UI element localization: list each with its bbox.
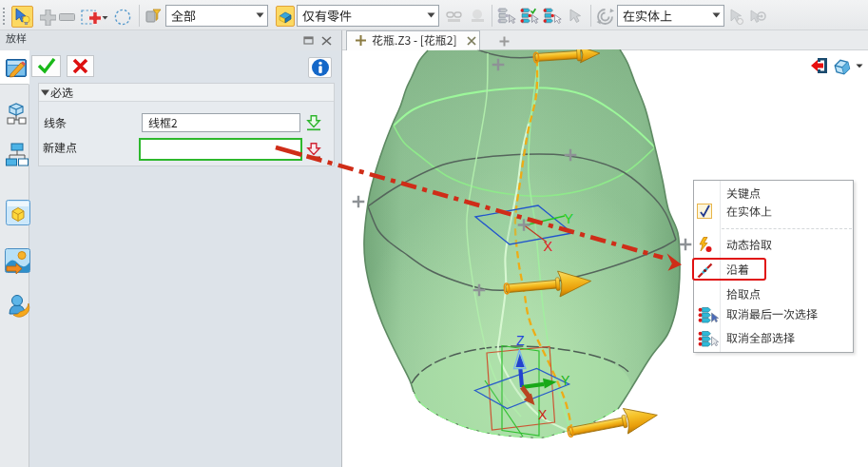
svg-text:X: X (538, 407, 548, 422)
svg-text:Z: Z (516, 333, 525, 348)
svg-text:Y: Y (561, 373, 570, 388)
svg-text:X: X (544, 239, 553, 254)
svg-text:Y: Y (564, 210, 573, 226)
